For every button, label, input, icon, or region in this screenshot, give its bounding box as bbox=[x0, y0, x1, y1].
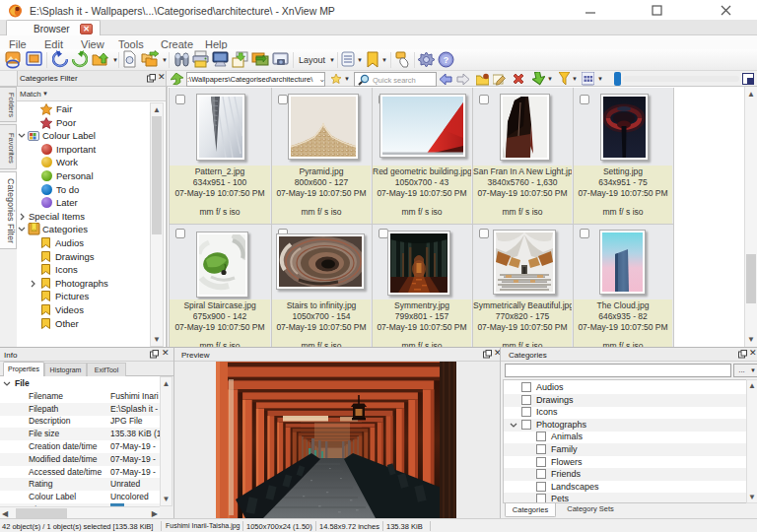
svg-text:?: ? bbox=[444, 55, 449, 65]
